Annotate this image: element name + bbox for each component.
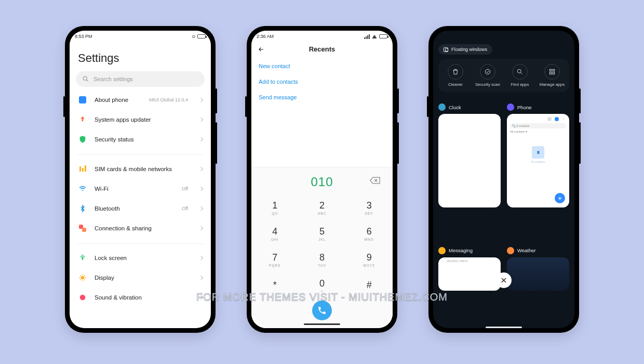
- key-1[interactable]: 1QO: [251, 194, 299, 220]
- settings-item-bluetooth[interactable]: BluetoothOff: [77, 199, 204, 218]
- settings-item-sub: MIUI Global 12.0.4: [149, 97, 188, 102]
- phone-recents: Floating windows CleanerSecurity scanFin…: [428, 26, 579, 333]
- settings-item-label: Lock screen: [95, 255, 192, 261]
- key-0[interactable]: 0+: [299, 272, 346, 298]
- share-icon: [78, 224, 87, 233]
- chevron-right-icon: [199, 98, 203, 102]
- svg-line-19: [80, 279, 81, 280]
- recent-card-phone[interactable]: Phone ⋮ 🔍 0 contacts All contacts ▾ 👤No …: [507, 103, 569, 242]
- tool-cleaner[interactable]: Cleaner: [441, 64, 469, 87]
- statusbar: [433, 31, 574, 42]
- svg-rect-5: [85, 165, 86, 172]
- tool-find-apps[interactable]: Find apps: [506, 64, 534, 87]
- key-3[interactable]: 3DEF: [345, 194, 393, 220]
- chevron-right-icon: [199, 118, 203, 122]
- display-icon: [78, 273, 87, 282]
- backspace-button[interactable]: [370, 177, 380, 185]
- settings-item-about-phone[interactable]: About phoneMIUI Global 12.0.4: [77, 90, 204, 110]
- settings-item-sim-cards-mobile-networks[interactable]: SIM cards & mobile networks: [77, 159, 204, 179]
- chevron-right-icon: [199, 256, 203, 260]
- key-9[interactable]: 9WXYZ: [345, 246, 393, 272]
- typed-number: 010: [311, 175, 333, 189]
- chevron-right-icon: [199, 137, 203, 141]
- settings-item-label: Connection & sharing: [95, 225, 192, 231]
- svg-line-1: [87, 80, 88, 82]
- sound-icon: [78, 293, 87, 302]
- settings-item-label: SIM cards & mobile networks: [95, 166, 192, 172]
- recent-card-messaging[interactable]: Messaging←18120021 08974: [438, 247, 501, 325]
- key-8[interactable]: 8TUV: [299, 246, 346, 272]
- call-button[interactable]: [312, 301, 332, 320]
- data-icon: D: [192, 34, 195, 39]
- recent-card-label: Clock: [449, 105, 461, 110]
- status-time: 8:53 PM: [75, 34, 92, 39]
- settings-item-connection-sharing[interactable]: Connection & sharing: [77, 218, 204, 238]
- svg-rect-30: [553, 72, 555, 74]
- home-indicator[interactable]: [486, 327, 522, 328]
- search-icon: [512, 64, 528, 80]
- battery-icon: [197, 34, 206, 38]
- settings-item-lock-screen[interactable]: Lock screen: [77, 248, 204, 268]
- settings-item-system-apps-updater[interactable]: System apps updater: [77, 110, 204, 129]
- settings-item-display[interactable]: Display: [77, 268, 204, 288]
- sim-icon: [78, 164, 87, 174]
- trash-icon: [448, 64, 463, 80]
- key-hash[interactable]: #: [345, 272, 393, 298]
- settings-item-label: About phone: [95, 97, 142, 103]
- dialer-action-send-message[interactable]: Send message: [259, 89, 385, 105]
- dialer-action-new-contact[interactable]: New contact: [259, 58, 385, 74]
- bt-icon: [78, 204, 87, 213]
- recent-card-clock[interactable]: Clock: [438, 103, 501, 242]
- settings-item-label: Sound & vibration: [95, 294, 192, 301]
- settings-item-security-status[interactable]: Security status: [77, 129, 204, 149]
- tool-security-scan[interactable]: Security scan: [474, 64, 502, 87]
- about-icon: [78, 95, 87, 105]
- recent-card-label: Phone: [517, 105, 531, 110]
- svg-point-0: [83, 76, 87, 80]
- chevron-right-icon: [199, 276, 203, 280]
- wifi-icon: [372, 35, 377, 38]
- recent-card-weather[interactable]: Weather: [507, 247, 569, 325]
- recent-card-label: Weather: [517, 248, 536, 253]
- settings-item-label: Display: [95, 275, 192, 281]
- wifi-icon: [78, 184, 87, 193]
- shield-icon: [78, 135, 87, 144]
- svg-point-25: [517, 69, 521, 73]
- chevron-right-icon: [199, 206, 203, 211]
- search-input[interactable]: Search settings: [76, 71, 205, 87]
- key-star[interactable]: *: [251, 272, 299, 298]
- key-2[interactable]: 2ABC: [299, 194, 346, 220]
- svg-rect-3: [79, 166, 81, 172]
- chevron-right-icon: [199, 167, 203, 171]
- battery-icon: [379, 34, 387, 38]
- settings-item-label: Wi-Fi: [95, 186, 175, 192]
- app-icon: [438, 103, 446, 111]
- svg-line-26: [521, 73, 522, 74]
- svg-rect-2: [79, 96, 86, 103]
- dialer-action-add-to-contacts[interactable]: Add to contacts: [259, 74, 385, 89]
- svg-rect-4: [82, 168, 84, 172]
- chevron-right-icon: [199, 295, 203, 300]
- chevron-right-icon: [199, 226, 203, 230]
- home-indicator[interactable]: [304, 323, 340, 325]
- floating-windows-button[interactable]: Floating windows: [438, 44, 492, 55]
- svg-rect-29: [549, 72, 552, 74]
- close-recents-button[interactable]: [496, 272, 512, 288]
- svg-rect-27: [549, 69, 552, 71]
- key-5[interactable]: 5JKL: [299, 220, 346, 246]
- phone-dialer: 2:36 AM Recents New contactAdd to contac…: [247, 26, 397, 333]
- svg-rect-9: [80, 256, 85, 257]
- recent-card-label: Messaging: [449, 248, 473, 253]
- settings-item-sound-vibration[interactable]: Sound & vibration: [77, 288, 204, 307]
- tool-manage-apps[interactable]: Manage apps: [538, 64, 566, 87]
- svg-point-6: [82, 190, 83, 191]
- svg-rect-28: [553, 69, 555, 71]
- add-contact-fab[interactable]: +: [555, 193, 565, 203]
- key-7[interactable]: 7PQRS: [251, 246, 299, 272]
- key-6[interactable]: 6MNO: [345, 220, 393, 246]
- settings-item-wi-fi[interactable]: Wi-FiOff: [77, 179, 204, 199]
- key-4[interactable]: 4GHI: [251, 220, 299, 246]
- floating-window-icon: [444, 47, 448, 52]
- scan-icon: [480, 64, 495, 80]
- svg-rect-10: [82, 257, 84, 260]
